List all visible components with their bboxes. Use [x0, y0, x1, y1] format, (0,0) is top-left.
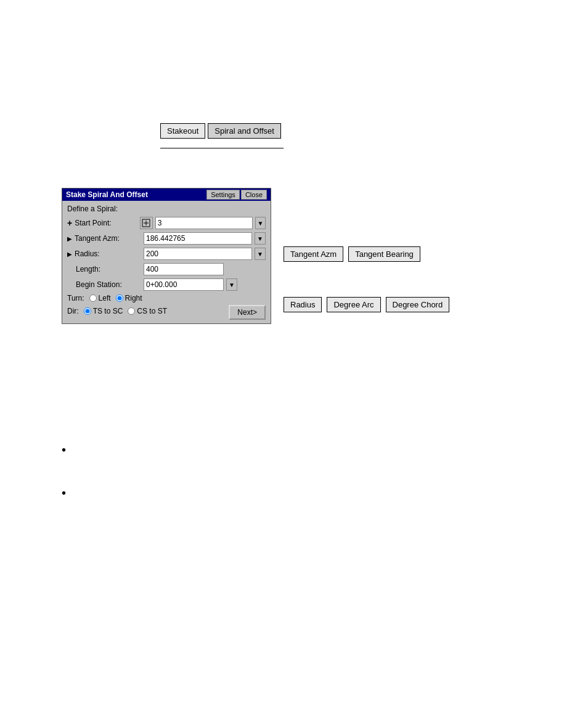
settings-button[interactable]: Settings	[206, 190, 240, 200]
bullet-item-2: •	[62, 487, 72, 499]
dir-ts-sc-option[interactable]: TS to SC	[84, 307, 123, 315]
length-label: Length:	[67, 265, 141, 274]
start-point-icon[interactable]	[140, 217, 153, 229]
bullet-dot-2: •	[62, 487, 66, 499]
turn-left-option[interactable]: Left	[89, 294, 111, 302]
degree-arc-button[interactable]: Degree Arc	[327, 297, 380, 312]
turn-right-option[interactable]: Right	[116, 294, 142, 302]
radius-group: Radius Degree Arc Degree Chord	[284, 297, 449, 312]
turn-right-label: Right	[125, 294, 142, 302]
turn-right-radio[interactable]	[116, 294, 123, 302]
dir-ts-sc-radio[interactable]	[84, 307, 91, 315]
tab-buttons-area: Stakeout Spiral and Offset	[160, 123, 281, 139]
dir-cs-st-label: CS to ST	[137, 307, 167, 315]
close-button[interactable]: Close	[241, 190, 267, 200]
bullet-dot-1: •	[62, 444, 66, 456]
turn-left-radio[interactable]	[89, 294, 97, 302]
dir-ts-sc-label: TS to SC	[93, 307, 123, 315]
stake-spiral-dialog: Stake Spiral And Offset Settings Close D…	[62, 188, 271, 324]
dir-cs-st-option[interactable]: CS to ST	[128, 307, 167, 315]
dir-label: Dir:	[67, 307, 79, 315]
turn-row: Turn: Left Right	[67, 294, 266, 302]
stakeout-tab[interactable]: Stakeout	[160, 123, 205, 139]
dir-cs-st-radio[interactable]	[128, 307, 135, 315]
begin-station-input[interactable]	[144, 278, 224, 291]
dialog-body: Define a Spiral: + Start Point: ▼ ▶ Tang…	[62, 201, 271, 323]
radius-arrow-icon: ▶	[67, 251, 72, 258]
dialog-title: Stake Spiral And Offset	[66, 190, 148, 199]
tab-underline	[160, 148, 284, 148]
spiral-offset-tab[interactable]: Spiral and Offset	[208, 123, 281, 139]
begin-station-label: Begin Station:	[67, 280, 141, 289]
radius-button[interactable]: Radius	[284, 297, 322, 312]
dir-options: Dir: TS to SC CS to ST	[67, 307, 167, 315]
length-row: Length:	[67, 263, 266, 275]
start-point-input[interactable]	[155, 217, 253, 229]
radius-row: ▶ Radius: ▼	[67, 248, 266, 260]
tangent-azm-button[interactable]: Tangent Azm	[284, 246, 343, 262]
turn-left-label: Left	[99, 294, 111, 302]
plus-icon: +	[67, 218, 72, 228]
dialog-titlebar-buttons: Settings Close	[206, 190, 267, 200]
radius-input[interactable]	[144, 248, 252, 260]
radius-label: Radius:	[75, 250, 100, 258]
start-point-dropdown[interactable]: ▼	[255, 217, 266, 229]
tangent-azm-row: ▶ Tangent Azm: ▼	[67, 232, 266, 245]
bullet-item-1: •	[62, 444, 72, 456]
dialog-titlebar: Stake Spiral And Offset Settings Close	[62, 189, 271, 201]
tangent-azm-label: Tangent Azm:	[75, 234, 120, 243]
dir-row: Dir: TS to SC CS to ST Next>	[67, 305, 266, 320]
tangent-azm-dropdown[interactable]: ▼	[255, 232, 266, 245]
length-input[interactable]	[144, 263, 224, 275]
tangent-azm-input[interactable]	[144, 232, 252, 245]
tangent-arrow-icon: ▶	[67, 235, 72, 242]
tangent-azm-label-group: ▶ Tangent Azm:	[67, 234, 141, 243]
radius-dropdown[interactable]: ▼	[255, 248, 266, 260]
radius-label-group: ▶ Radius:	[67, 250, 141, 258]
degree-chord-button[interactable]: Degree Chord	[386, 297, 450, 312]
start-point-label-group: + Start Point:	[67, 218, 137, 228]
bullets-area: • •	[62, 444, 72, 530]
begin-station-dropdown[interactable]: ▼	[226, 278, 237, 291]
tangent-group: Tangent Azm Tangent Bearing	[284, 246, 420, 262]
tangent-bearing-button[interactable]: Tangent Bearing	[348, 246, 420, 262]
start-point-label: Start Point:	[75, 219, 111, 227]
begin-station-row: Begin Station: ▼	[67, 278, 266, 291]
turn-label: Turn:	[67, 294, 84, 302]
next-button[interactable]: Next>	[229, 305, 266, 320]
define-label: Define a Spiral:	[67, 205, 266, 213]
start-point-row: + Start Point: ▼	[67, 217, 266, 229]
